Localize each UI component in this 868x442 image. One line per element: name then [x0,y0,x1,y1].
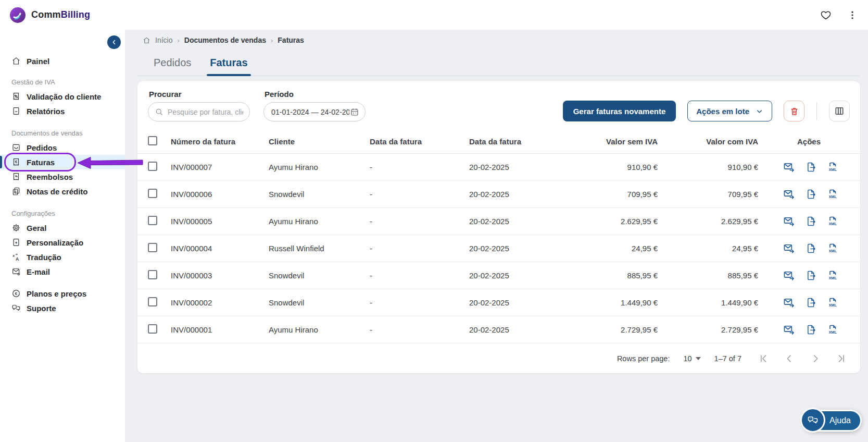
send-email-icon [783,297,795,309]
sidebar-item-pedidos[interactable]: Pedidos [0,140,125,155]
net-amount-cell: 1.449,90 € [563,298,658,307]
export-document-button[interactable] [806,189,816,200]
first-page-button[interactable] [758,353,769,364]
sidebar-item-reembolsos[interactable]: Reembolsos [0,169,125,184]
send-email-button[interactable] [783,188,795,200]
column-header-date1[interactable]: Data da fatura [370,137,469,146]
svg-text:XML: XML [828,329,837,334]
batch-actions-button[interactable]: Ações em lote [687,101,772,121]
export-document-button[interactable] [806,297,816,308]
sidebar-item-label: Notas de crédito [27,187,88,196]
columns-settings-button[interactable] [829,101,850,121]
send-email-button[interactable] [783,324,795,336]
help-button[interactable]: Ajuda [803,410,862,432]
export-document-button[interactable] [806,162,816,173]
export-xml-button[interactable]: XML [827,189,838,200]
send-email-button[interactable] [783,269,795,281]
table-row: INV/000005 Ayumu Hirano - 20-02-2025 2.6… [137,208,860,235]
sidebar-item-label: Geral [27,224,46,232]
overflow-menu-button[interactable] [847,10,858,20]
rows-per-page-select[interactable]: 10 [683,354,700,363]
row-checkbox[interactable] [148,270,157,279]
send-email-icon [783,188,795,200]
table-header: Número da fatura Cliente Data da fatura … [137,129,860,154]
svg-text:XML: XML [828,275,837,280]
column-header-number[interactable]: Número da fatura [171,137,269,146]
invoice-date-cell: - [370,325,469,334]
prev-page-icon [784,353,795,364]
column-header-date2[interactable]: Data da fatura [469,137,563,146]
sidebar-item-validacao[interactable]: Validação do cliente [0,89,125,104]
calendar-icon [350,107,359,117]
row-checkbox[interactable] [148,243,157,252]
export-document-button[interactable] [806,216,816,227]
sidebar-section-iva: Gestão de IVA [0,78,125,87]
breadcrumb: Início › Documentos de vendas › Faturas [143,36,860,44]
send-email-button[interactable] [783,297,795,309]
invoice-date-cell: - [370,244,469,253]
favorites-heart-button[interactable] [820,9,832,21]
last-page-button[interactable] [836,353,847,364]
export-xml-button[interactable]: XML [827,270,838,281]
send-email-button[interactable] [783,161,795,173]
send-email-button[interactable] [783,215,795,227]
credit-notes-copy-icon [11,187,21,196]
export-document-button[interactable] [806,324,816,335]
send-email-button[interactable] [783,242,795,254]
gross-amount-cell: 2.629,95 € [658,217,758,226]
period-input[interactable]: 01-01-2024 — 24-02-2025 [263,102,366,121]
gross-amount-cell: 709,95 € [658,190,758,199]
net-amount-cell: 709,95 € [563,190,658,199]
sidebar-item-label: Tradução [27,253,61,262]
period-value: 01-01-2024 — 24-02-2025 [271,108,349,116]
row-checkbox[interactable] [148,324,157,334]
row-checkbox[interactable] [148,216,157,225]
sidebar-item-label: Pedidos [27,143,57,152]
export-xml-button[interactable]: XML [827,243,838,254]
row-checkbox[interactable] [148,189,157,198]
sidebar-item-personalizacao[interactable]: ✦ Personalização [0,235,125,250]
regenerate-invoices-button[interactable]: Gerar faturas novamente [563,101,676,121]
column-header-client[interactable]: Cliente [269,137,370,146]
export-document-icon [806,297,816,308]
prev-page-button[interactable] [784,353,795,364]
batch-actions-label: Ações em lote [696,107,749,116]
select-all-checkbox[interactable] [148,136,157,145]
tab-pedidos[interactable]: Pedidos [154,57,191,76]
column-header-net[interactable]: Valor sem IVA [563,137,658,146]
sidebar-item-traducao[interactable]: x A Tradução [0,250,125,264]
sidebar-item-planos[interactable]: € Planos e preços [0,286,125,301]
next-page-button[interactable] [810,353,821,364]
sidebar-item-suporte[interactable]: Suporte [0,301,125,315]
breadcrumb-level1[interactable]: Documentos de vendas [184,36,266,44]
column-header-gross[interactable]: Valor com IVA [658,137,758,146]
row-checkbox[interactable] [148,297,157,306]
send-email-icon [783,242,795,254]
export-document-button[interactable] [806,270,816,281]
export-xml-button[interactable]: XML [827,324,838,336]
export-xml-button[interactable]: XML [827,297,838,309]
sidebar-item-geral[interactable]: Geral [0,220,125,235]
breadcrumb-home[interactable]: Início [155,36,172,44]
sidebar-item-label: Suporte [27,304,56,313]
export-xml-button[interactable]: XML [827,162,838,173]
export-document-button[interactable] [806,243,816,254]
columns-icon [834,106,845,116]
client-cell: Snowdevil [269,298,370,307]
rows-per-page-value: 10 [683,354,691,363]
sidebar-item-faturas[interactable]: € Faturas [0,155,125,169]
sidebar-item-notas[interactable]: Notas de crédito [0,184,125,199]
export-document-icon [806,162,816,173]
row-checkbox[interactable] [148,162,157,171]
client-cell: Russell Winfield [269,244,370,253]
report-document-icon [11,106,21,116]
sidebar-item-relatorios[interactable]: Relatórios [0,104,125,118]
delete-button[interactable] [784,101,804,121]
export-xml-button[interactable]: XML [827,216,838,227]
export-document-icon [806,270,816,281]
tab-faturas[interactable]: Faturas [210,57,247,76]
sidebar-collapse-button[interactable] [107,35,121,49]
sidebar-item-painel[interactable]: Painel [0,54,125,68]
sidebar-item-email[interactable]: E-mail [0,264,125,279]
search-input[interactable] [168,108,243,116]
